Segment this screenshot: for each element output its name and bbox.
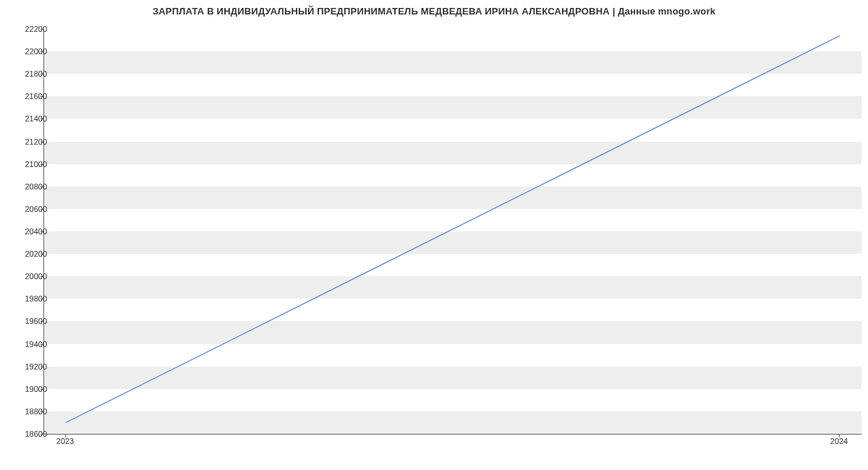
chart-title: ЗАРПЛАТА В ИНДИВИДУАЛЬНЫЙ ПРЕДПРИНИМАТЕЛ… — [0, 0, 868, 17]
y-axis-tick-label: 20000 — [11, 272, 47, 281]
y-axis-tick-label: 18600 — [11, 430, 47, 438]
y-axis-tick-label: 19400 — [11, 340, 47, 349]
x-axis-tick-mark — [839, 434, 840, 437]
y-axis-tick-label: 20600 — [11, 205, 47, 213]
line-series — [66, 35, 840, 422]
y-axis-tick-label: 21800 — [11, 69, 47, 78]
y-axis-tick-label: 18800 — [11, 407, 47, 416]
y-axis-tick-label: 21400 — [11, 114, 47, 123]
y-axis-tick-label: 21600 — [11, 92, 47, 101]
plot-area — [43, 29, 861, 435]
y-axis-tick-label: 19800 — [11, 294, 47, 303]
line-series-layer — [44, 29, 861, 434]
y-axis-tick-label: 22200 — [11, 25, 47, 33]
y-axis-tick-label: 22000 — [11, 47, 47, 56]
y-axis-tick-label: 20400 — [11, 227, 47, 236]
y-axis-tick-label: 20200 — [11, 249, 47, 258]
y-axis-tick-label: 19600 — [11, 317, 47, 325]
x-axis-tick-mark — [65, 434, 66, 437]
y-axis-tick-label: 20800 — [11, 182, 47, 191]
y-axis-tick-label: 19000 — [11, 385, 47, 393]
x-axis-tick-label: 2023 — [56, 437, 74, 445]
x-axis-tick-label: 2024 — [830, 437, 848, 445]
y-axis-tick-label: 21200 — [11, 137, 47, 146]
chart-container: ЗАРПЛАТА В ИНДИВИДУАЛЬНЫЙ ПРЕДПРИНИМАТЕЛ… — [0, 0, 868, 470]
y-axis-tick-label: 21000 — [11, 160, 47, 168]
y-axis-tick-label: 19200 — [11, 362, 47, 371]
